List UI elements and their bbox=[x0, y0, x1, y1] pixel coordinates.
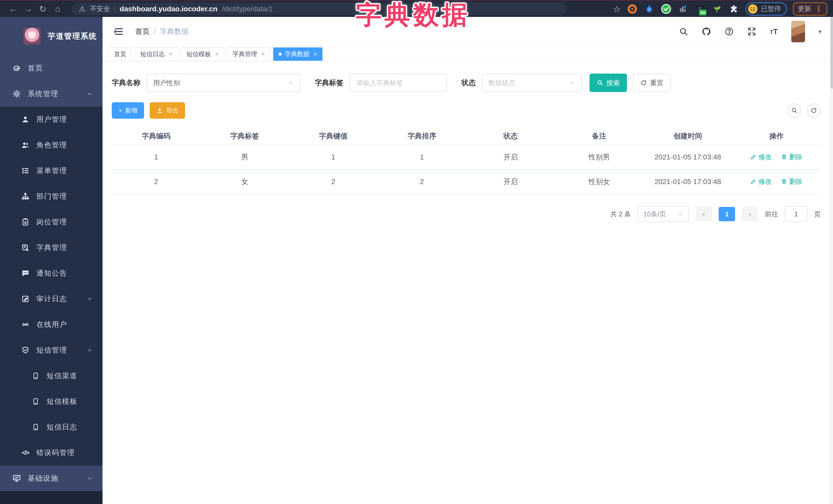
col-dict-value: 字典键值 bbox=[289, 127, 378, 145]
sidebar-item-sms-mgmt[interactable]: 短信管理 bbox=[0, 337, 102, 363]
forward-icon[interactable]: → bbox=[21, 4, 35, 14]
active-dot bbox=[279, 52, 282, 56]
sidebar-item-sms-template[interactable]: 短信模板 bbox=[0, 389, 102, 414]
home-icon[interactable]: ⌂ bbox=[50, 4, 65, 14]
github-icon[interactable] bbox=[701, 27, 711, 37]
extension-blue-drop-icon[interactable] bbox=[644, 4, 654, 14]
page-scrollbar bbox=[830, 17, 833, 504]
update-label: 更新 bbox=[798, 4, 811, 13]
search-icon[interactable] bbox=[679, 27, 688, 36]
extension-sprout-icon[interactable] bbox=[712, 4, 722, 14]
extension-stats-icon[interactable] bbox=[678, 4, 688, 14]
dict-name-select[interactable]: 用户性别 bbox=[147, 74, 301, 92]
app-logo-row[interactable]: 芋道管理系统 bbox=[0, 17, 102, 55]
close-icon[interactable]: × bbox=[169, 51, 172, 57]
refresh-table-button[interactable] bbox=[807, 103, 821, 117]
tab-home[interactable]: 首页 bbox=[109, 47, 132, 61]
sidebar-item-infrastructure[interactable]: 基础设施 bbox=[0, 465, 102, 491]
delete-button[interactable]: 删除 bbox=[781, 177, 803, 186]
tab-dict-data[interactable]: 字典数据 × bbox=[273, 47, 323, 61]
scrollbar-thumb[interactable] bbox=[830, 17, 833, 89]
pencil-icon bbox=[750, 178, 756, 185]
sidebar-item-user-mgmt[interactable]: 用户管理 bbox=[0, 106, 102, 132]
caret-down-icon[interactable]: ▾ bbox=[818, 28, 822, 35]
kebab-menu-icon[interactable]: ⋮ bbox=[815, 4, 823, 13]
browser-update-button[interactable]: 更新 ⋮ bbox=[793, 2, 827, 16]
close-icon[interactable]: × bbox=[261, 51, 265, 57]
table-header-row: 字典编码 字典标签 字典键值 字典排序 状态 备注 创建时间 操作 bbox=[112, 127, 821, 145]
app-logo bbox=[24, 28, 41, 45]
edit-button[interactable]: 修改 bbox=[750, 177, 772, 186]
pencil-icon bbox=[750, 154, 756, 160]
sidebar-item-dept-mgmt[interactable]: 部门管理 bbox=[0, 184, 102, 209]
search-button[interactable]: 搜索 bbox=[590, 74, 627, 92]
user-avatar[interactable] bbox=[791, 21, 805, 42]
page-size-select[interactable]: 10条/页 bbox=[638, 206, 689, 222]
reset-button[interactable]: 重置 bbox=[633, 74, 670, 92]
fullscreen-icon[interactable] bbox=[747, 27, 756, 36]
edit-button[interactable]: 修改 bbox=[750, 152, 772, 162]
back-icon[interactable]: ← bbox=[6, 4, 21, 14]
col-status: 状态 bbox=[466, 127, 555, 145]
add-button[interactable]: + 新增 bbox=[112, 102, 144, 119]
status-select[interactable]: 数据状态 bbox=[482, 74, 582, 92]
close-icon[interactable]: × bbox=[215, 51, 219, 57]
extension-dark-on-icon[interactable]: on bbox=[695, 4, 705, 14]
reload-icon[interactable]: ↻ bbox=[35, 4, 50, 14]
sidebar-item-home[interactable]: 首页 bbox=[0, 55, 102, 81]
tab-sms-template[interactable]: 短信模板 × bbox=[181, 47, 224, 61]
dict-tag-input[interactable] bbox=[350, 74, 447, 92]
delete-button[interactable]: 删除 bbox=[781, 152, 803, 162]
tabs-bar: 首页 短信日志 × 短信模板 × 字典管理 × 字典数据 × bbox=[102, 46, 833, 62]
address-bar[interactable]: ⚠ 不安全 dashboard.yudao.iocoder.cn /dict/t… bbox=[72, 3, 567, 15]
browser-profile-chip[interactable]: 已暂停 bbox=[745, 2, 787, 16]
close-icon[interactable]: × bbox=[313, 51, 317, 57]
sidebar-item-online-users[interactable]: 在线用户 bbox=[0, 312, 102, 337]
tab-dict-mgmt[interactable]: 字典管理 × bbox=[227, 47, 270, 61]
table-toolbar: + 新增 导出 bbox=[112, 102, 821, 119]
sidebar-item-error-code[interactable]: </> 错误码管理 bbox=[0, 440, 102, 465]
bookmark-star-icon[interactable]: ☆ bbox=[613, 4, 621, 14]
online-users-icon bbox=[20, 320, 31, 329]
sidebar-item-post-mgmt[interactable]: 岗位管理 bbox=[0, 209, 102, 235]
divider bbox=[115, 6, 115, 12]
overlay-annotation-title: 字典数据 bbox=[356, 1, 471, 29]
font-size-icon[interactable]: TT bbox=[770, 27, 778, 36]
prev-page-button[interactable]: ‹ bbox=[696, 207, 712, 221]
status-label: 状态 bbox=[461, 78, 476, 88]
col-remark: 备注 bbox=[555, 127, 644, 145]
next-page-button[interactable]: › bbox=[742, 207, 758, 221]
plus-icon: + bbox=[118, 107, 122, 114]
extensions-puzzle-icon[interactable] bbox=[729, 4, 739, 14]
phone-icon bbox=[30, 398, 41, 405]
tab-sms-log[interactable]: 短信日志 × bbox=[135, 47, 178, 61]
table-row: 2 女 2 2 开启 性别女 2021-01-05 17:03:48 修改 删除 bbox=[112, 169, 821, 194]
extension-green-check-icon[interactable] bbox=[661, 4, 671, 14]
sidebar-item-system-mgmt[interactable]: 系统管理 bbox=[0, 81, 102, 106]
sidebar-item-sms-log[interactable]: 短信日志 bbox=[0, 414, 102, 440]
sidebar-item-sms-channel[interactable]: 短信渠道 bbox=[0, 363, 102, 389]
toggle-search-button[interactable] bbox=[787, 103, 801, 117]
infrastructure-icon bbox=[11, 474, 22, 483]
chevron-up-icon bbox=[87, 91, 93, 97]
breadcrumb-home-link[interactable]: 首页 bbox=[135, 27, 150, 37]
breadcrumb-current: 字典数据 bbox=[160, 27, 189, 37]
sidebar-item-role-mgmt[interactable]: 角色管理 bbox=[0, 132, 102, 158]
current-page-button[interactable]: 1 bbox=[719, 207, 735, 221]
url-host: dashboard.yudao.iocoder.cn bbox=[120, 5, 217, 13]
sidebar-item-menu-mgmt[interactable]: 菜单管理 bbox=[0, 158, 102, 184]
goto-label: 前往 bbox=[765, 210, 778, 219]
main-content: 字典名称 用户性别 字典标签 状态 数据状态 搜索 重置 + 新增 bbox=[102, 62, 830, 504]
extension-orange-icon[interactable] bbox=[627, 4, 638, 14]
refresh-icon bbox=[640, 79, 647, 86]
gear-icon bbox=[11, 90, 22, 98]
col-create-time: 创建时间 bbox=[644, 127, 732, 145]
sidebar-item-notice[interactable]: 通知公告 bbox=[0, 261, 102, 286]
help-icon[interactable] bbox=[724, 27, 734, 36]
sidebar-item-audit-log[interactable]: 审计日志 bbox=[0, 286, 102, 312]
export-button[interactable]: 导出 bbox=[150, 102, 185, 119]
sidebar-item-dict-mgmt[interactable]: 字典管理 bbox=[0, 235, 102, 261]
goto-page-input[interactable] bbox=[785, 206, 807, 222]
browser-actions: ☆ on 已暂停 更新 ⋮ bbox=[613, 2, 827, 16]
collapse-sidebar-icon[interactable] bbox=[114, 26, 124, 37]
